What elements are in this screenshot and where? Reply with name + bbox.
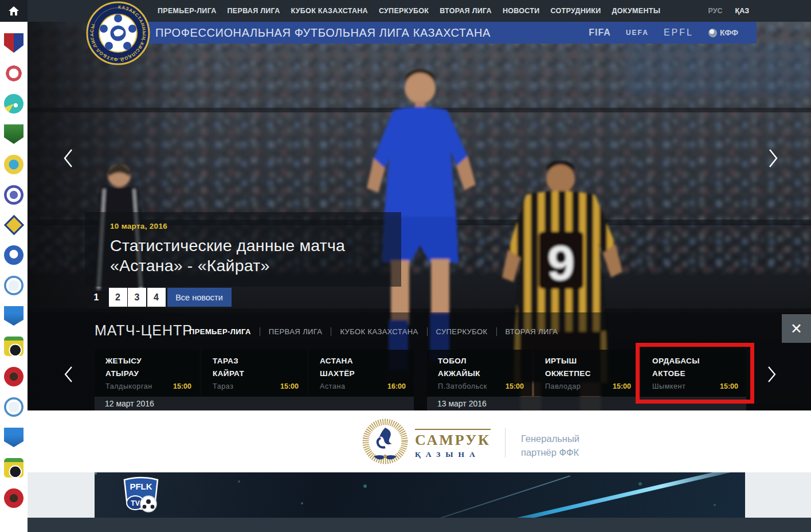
match-center-title: МАТЧ-ЦЕНТР [95,322,193,339]
club-logo-okzhetpes[interactable] [4,245,23,265]
club-logo-zhetysu[interactable] [4,33,23,53]
featured-news-card[interactable]: 10 марта, 2016 Статистические данные мат… [85,212,401,287]
match-card-tobol-akzhayik[interactable]: ТОБОЛ АКЖАЙЫК П.Затобольск 15:00 [427,350,532,396]
tab-kazakhstan-cup[interactable]: КУБОК КАЗАХСТАНА [340,327,418,336]
home-team: ТОБОЛ [438,357,467,365]
tab-first-league[interactable]: ПЕРВАЯ ЛИГА [269,327,323,336]
match-time: 15:00 [506,382,524,390]
tab-second-league[interactable]: ВТОРАЯ ЛИГА [506,327,558,336]
match-city: П.Затобольск [438,382,487,390]
club-logo-tobol[interactable] [4,337,23,356]
match-card-ordabasy-aktobe[interactable]: ОРДАБАСЫ АКТОБЕ Шымкент 15:00 [641,350,746,396]
tab-separator [427,327,428,336]
chevron-left-icon [62,148,74,168]
nav-staff[interactable]: СОТРУДНИКИ [551,7,601,15]
match-time: 15:00 [613,382,631,390]
hero-pagination: 1 2 3 4 Все новости [85,288,232,307]
club-logo-astana[interactable] [4,94,23,114]
away-team: ОКЖЕТПЕС [545,369,591,378]
samruk-kazyna-logo[interactable]: САМРУК ҚАЗЫНА [361,418,491,467]
tab-separator [260,327,260,336]
match-center-tabs: ПРЕМЬЕР-ЛИГА ПЕРВАЯ ЛИГА КУБОК КАЗАХСТАН… [189,327,558,336]
club-logo-ordabasy[interactable] [4,397,23,417]
hero-next-button[interactable] [766,147,781,170]
chevron-right-icon [767,366,777,383]
club-logo-aktobe[interactable] [4,64,23,83]
svg-text:PFLK: PFLK [130,482,152,491]
club-logo-shakhter[interactable] [4,488,23,508]
matches-next-button[interactable] [765,363,779,386]
match-card-zhetysu-atyrau[interactable]: ЖЕТЫСУ АТЫРАУ Талдыкорган 15:00 [95,350,199,396]
club-logo-atyrau[interactable] [4,124,23,144]
match-card-taraz-kairat[interactable]: ТАРАЗ КАЙРАТ Тараз 15:00 [202,350,307,396]
close-icon: ✕ [790,320,802,337]
chevron-left-icon [63,366,73,383]
match-city: Астана [320,382,346,390]
nav-documents[interactable]: ДОКУМЕНТЫ [612,7,660,15]
page-4[interactable]: 4 [147,288,166,307]
page-2[interactable]: 2 [109,288,127,307]
match-city: Павлодар [545,382,581,390]
language-switcher: РУС ҚАЗ [708,0,749,22]
close-match-center-button[interactable]: ✕ [782,314,811,343]
kff-logo[interactable]: КФФ [708,28,738,37]
club-logo-ordabasy[interactable] [4,276,23,295]
club-logo-akzhayik[interactable] [4,155,23,174]
away-team: АТЫРАУ [105,369,139,378]
pflk-league-logo[interactable]: КАЗАКСТАННЫҢ КӘСІПҚОЙ ФУТБОЛ ЛИГАСЫ [86,1,150,65]
nav-second-league[interactable]: ВТОРАЯ ЛИГА [440,7,492,15]
nav-supercup[interactable]: СУПЕРКУБОК [379,7,429,15]
match-time: 15:00 [720,382,738,390]
pflk-tv-banner[interactable]: PFLK TV [95,472,745,518]
news-title: Статистические данные матча «Астана» - «… [110,236,401,276]
partner-logos: FIFA UEFA EPFL КФФ [589,22,738,44]
site-title: ПРОФЕССИОНАЛЬНАЯ ФУТБОЛЬНАЯ ЛИГА КАЗАХСТ… [155,26,491,40]
home-icon [9,6,19,15]
club-logo-taraz[interactable] [4,428,23,447]
club-logo-shakhter[interactable] [4,367,23,386]
hero-prev-button[interactable] [61,147,76,170]
away-team: КАЙРАТ [213,369,244,378]
home-team: АСТАНА [320,357,353,365]
page-3[interactable]: 3 [128,288,146,307]
footer-divider [505,428,506,457]
pflk-website: 9 ПРЕМЬЕР-ЛИГА [0,0,811,532]
club-logo-tobol[interactable] [4,458,23,478]
lang-kaz[interactable]: ҚАЗ [735,7,750,15]
away-team: АКЖАЙЫК [438,369,480,378]
epfl-logo[interactable]: EPFL [664,28,694,38]
page-1-active[interactable]: 1 [85,292,108,303]
svg-text:9: 9 [547,235,575,290]
nav-news[interactable]: НОВОСТИ [503,7,540,15]
match-group-date-2: 13 март 2016 [427,397,746,410]
match-card-astana-shakhter[interactable]: АСТАНА ШАХТЁР Астана 16:00 [309,350,414,396]
club-logo-sidebar [0,22,28,532]
tab-separator [331,327,331,336]
tab-premier-league[interactable]: ПРЕМЬЕР-ЛИГА [189,327,251,336]
lang-rus[interactable]: РУС [708,7,723,15]
match-time: 16:00 [387,382,406,390]
site-header: ПРОФЕССИОНАЛЬНАЯ ФУТБОЛЬНАЯ ЛИГА КАЗАХСТ… [105,22,757,44]
nav-premier-league[interactable]: ПРЕМЬЕР-ЛИГА [158,7,217,15]
match-city: Талдыкорган [105,382,152,390]
page-bottom-bar [28,518,811,532]
match-group-date-1: 12 март 2016 [95,397,414,410]
club-logo-irtysh[interactable] [4,185,23,205]
svg-text:TV: TV [131,499,139,507]
nav-first-league[interactable]: ПЕРВАЯ ЛИГА [228,7,280,15]
banner-dots [95,472,97,475]
sponsor-footer: САМРУК ҚАЗЫНА Генеральный партнёр ФФК [28,410,811,472]
tab-supercup[interactable]: СУПЕРКУБОК [436,327,488,336]
club-logo-taraz[interactable] [4,306,23,326]
fifa-logo[interactable]: FIFA [589,28,611,38]
uefa-logo[interactable]: UEFA [626,29,649,37]
match-time: 15:00 [173,382,191,390]
match-card-irtysh-okzhetpes[interactable]: ИРТЫШ ОКЖЕТПЕС Павлодар 15:00 [534,350,639,396]
news-date: 10 марта, 2016 [110,222,401,230]
home-button[interactable] [0,0,28,22]
club-logo-kairat[interactable] [3,215,23,235]
matches-prev-button[interactable] [61,363,76,386]
samruk-wordmark: САМРУК ҚАЗЫНА [415,426,491,459]
all-news-button[interactable]: Все новости [167,288,232,307]
nav-kazakhstan-cup[interactable]: КУБОК КАЗАХСТАНА [291,7,368,15]
